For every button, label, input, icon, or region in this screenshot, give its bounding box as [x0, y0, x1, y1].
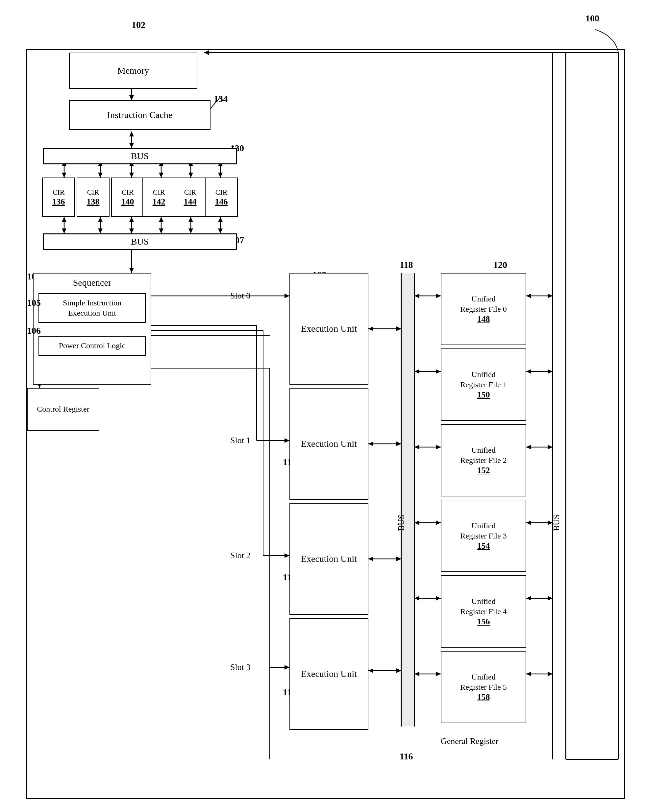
instruction-cache-box: Instruction Cache: [69, 100, 211, 130]
slot-3-label: Slot 3: [230, 662, 250, 672]
execution-unit-0-box: Execution Unit: [289, 273, 368, 385]
cir-142-label: CIR: [153, 188, 165, 197]
urf-1-box: UnifiedRegister File 1 150: [441, 348, 526, 421]
cir-142-box: CIR 142: [142, 177, 175, 217]
urf-2-box: UnifiedRegister File 2 152: [441, 424, 526, 496]
memory-box: Memory: [69, 53, 197, 89]
cir-138-num: 138: [87, 197, 100, 207]
cir-136-num: 136: [52, 197, 65, 207]
cir-140-label: CIR: [122, 188, 134, 197]
urf-3-num: 154: [477, 541, 490, 551]
urf-1-label: UnifiedRegister File 1: [460, 369, 506, 390]
simple-instruction-eu-label: Simple InstructionExecution Unit: [63, 298, 121, 318]
cir-146-num: 146: [215, 197, 228, 207]
eu0-label: Execution Unit: [301, 323, 357, 335]
ref-116: 116: [400, 751, 413, 762]
urf-3-box: UnifiedRegister File 3 154: [441, 500, 526, 572]
cir-146-label: CIR: [216, 188, 228, 197]
cir-144-num: 144: [184, 197, 197, 207]
urf-0-num: 148: [477, 314, 490, 324]
slot-0-label: Slot 0: [230, 291, 250, 301]
memory-label: Memory: [118, 65, 149, 76]
bus-107-box: BUS: [43, 234, 237, 250]
urf-1-num: 150: [477, 390, 490, 400]
cir-142-num: 142: [153, 197, 165, 207]
urf-4-box: UnifiedRegister File 4 156: [441, 575, 526, 648]
cir-138-label: CIR: [87, 188, 99, 197]
urf-0-box: UnifiedRegister File 0 148: [441, 273, 526, 345]
cir-136-box: CIR 136: [42, 177, 75, 217]
power-control-logic-box: Power Control Logic: [38, 336, 146, 356]
cir-144-label: CIR: [184, 188, 196, 197]
urf-2-label: UnifiedRegister File 2: [460, 445, 506, 466]
ref-134: 134: [214, 94, 228, 104]
eu2-label: Execution Unit: [301, 553, 357, 565]
cir-140-box: CIR 140: [111, 177, 144, 217]
urf-3-label: UnifiedRegister File 3: [460, 521, 506, 541]
ref-106: 106: [27, 325, 41, 336]
cir-146-box: CIR 146: [205, 177, 238, 217]
ref-102: 102: [131, 20, 145, 30]
ref-118: 118: [400, 260, 413, 270]
sequencer-label: Sequencer: [73, 278, 112, 288]
urf-0-label: UnifiedRegister File 0: [460, 294, 506, 314]
general-register-label: General Register: [441, 736, 498, 746]
bus-130-box: BUS: [43, 148, 237, 164]
cir-144-box: CIR 144: [174, 177, 206, 217]
execution-unit-2-box: Execution Unit: [289, 503, 368, 615]
execution-unit-3-box: Execution Unit: [289, 618, 368, 730]
ref-105: 105: [27, 298, 41, 308]
bus-130-label: BUS: [131, 150, 149, 162]
urf-5-num: 158: [477, 692, 490, 702]
simple-instruction-eu-box: Simple InstructionExecution Unit: [38, 293, 146, 323]
cir-136-label: CIR: [53, 188, 65, 197]
urf-4-num: 156: [477, 617, 490, 627]
eu1-label: Execution Unit: [301, 438, 357, 450]
bus-107-label: BUS: [131, 236, 149, 247]
sequencer-outer-box: Sequencer Simple InstructionExecution Un…: [33, 273, 151, 385]
control-register-box: Control Register: [27, 388, 99, 430]
cir-138-box: CIR 138: [76, 177, 110, 217]
instruction-cache-label: Instruction Cache: [107, 109, 172, 121]
ref-120: 120: [494, 260, 507, 270]
urf-5-box: UnifiedRegister File 5 158: [441, 651, 526, 723]
urf-2-num: 152: [477, 466, 490, 475]
execution-unit-1-box: Execution Unit: [289, 388, 368, 500]
cir-140-num: 140: [121, 197, 134, 207]
ref-100: 100: [585, 13, 599, 24]
power-control-label: Power Control Logic: [59, 340, 125, 351]
slot-1-label: Slot 1: [230, 436, 250, 446]
urf-4-label: UnifiedRegister File 4: [460, 596, 506, 617]
eu3-label: Execution Unit: [301, 668, 357, 680]
slot-2-label: Slot 2: [230, 551, 250, 560]
control-register-label: Control Register: [37, 404, 89, 414]
urf-5-label: UnifiedRegister File 5: [460, 672, 506, 692]
